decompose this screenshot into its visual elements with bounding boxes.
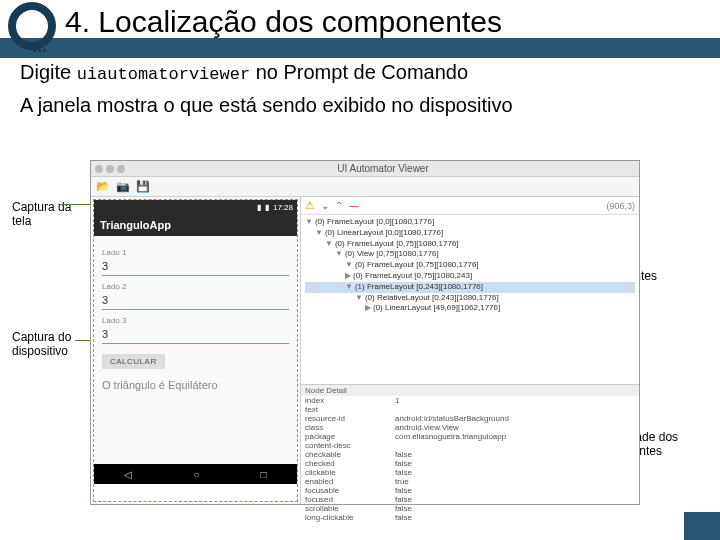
- window-titlebar: UI Automator Viewer: [91, 161, 639, 177]
- result-text: O triângulo é Equilátero: [102, 379, 289, 391]
- field-input[interactable]: 3: [102, 257, 289, 276]
- field-label: Lado 3: [102, 316, 289, 325]
- text-frag: Digite: [20, 61, 77, 83]
- uiav-window: UI Automator Viewer 📂 📷 💾 ▮ ▮ 17:28 Tria…: [90, 160, 640, 505]
- detail-row: focusablefalse: [301, 486, 639, 495]
- detail-row: focusedfalse: [301, 495, 639, 504]
- tree-node[interactable]: ▼(0) RelativeLayout [0,243][1080,1776]: [305, 293, 635, 304]
- right-pane: ⚠ ⌄ ⌃ — (906,3) ▼(0) FrameLayout [0,0][1…: [301, 197, 639, 504]
- field-label: Lado 1: [102, 248, 289, 257]
- tree-node[interactable]: ▼(0) LinearLayout [0,0][1080,1776]: [305, 228, 635, 239]
- window-body: ▮ ▮ 17:28 TrianguloApp Lado 1 3 Lado 2 3…: [91, 197, 639, 504]
- device-screenshot-icon[interactable]: 📷: [115, 179, 131, 195]
- tree-node[interactable]: ▼(0) FrameLayout [0,75][1080,1776]: [305, 260, 635, 271]
- warning-icon: ⚠: [305, 199, 315, 212]
- component-tree[interactable]: ▼(0) FrameLayout [0,0][1080,1776] ▼(0) L…: [301, 215, 639, 384]
- uiautomator-screenshot: UI Automator Viewer 📂 📷 💾 ▮ ▮ 17:28 Tria…: [90, 160, 640, 520]
- instruction-line-1: Digite uiautomatorviewer no Prompt de Co…: [20, 61, 700, 84]
- field-input[interactable]: 3: [102, 291, 289, 310]
- back-icon[interactable]: ◁: [124, 469, 132, 480]
- detail-row: resource-idandroid:id/statusBarBackgroun…: [301, 414, 639, 423]
- tree-node[interactable]: ▶(0) LinearLayout [49,69][1062,1776]: [305, 303, 635, 314]
- slide-header: 4. Localização dos componentes: [0, 0, 720, 55]
- instruction-line-2: A janela mostra o que está sendo exibido…: [20, 94, 700, 117]
- traffic-lights-icon: [95, 165, 125, 173]
- detail-row: content-desc: [301, 441, 639, 450]
- text-frag: no Prompt de Comando: [250, 61, 468, 83]
- detail-row: long-clickablefalse: [301, 513, 639, 522]
- command-code: uiautomatorviewer: [77, 65, 250, 84]
- detail-row: text: [301, 405, 639, 414]
- expand-icon[interactable]: ⌄: [321, 200, 329, 211]
- detail-row: clickablefalse: [301, 468, 639, 477]
- tree-node[interactable]: ▼(1) FrameLayout [0,243][1080,1776]: [305, 282, 635, 293]
- detail-row: packagecom.eliasnogueira.trianguloapp: [301, 432, 639, 441]
- window-title: UI Automator Viewer: [131, 163, 635, 174]
- device-pane: ▮ ▮ 17:28 TrianguloApp Lado 1 3 Lado 2 3…: [91, 197, 301, 504]
- tree-node[interactable]: ▼(0) View [0,75][1080,1776]: [305, 249, 635, 260]
- logo-dots-icon: [32, 38, 54, 50]
- detail-row: enabledtrue: [301, 477, 639, 486]
- field-input[interactable]: 3: [102, 325, 289, 344]
- callout-capture-device: Captura do dispositivo: [12, 330, 82, 358]
- tree-node[interactable]: ▶(0) FrameLayout [0,75][1080,243]: [305, 271, 635, 282]
- battery-icon: ▮: [265, 203, 269, 212]
- device-capture: ▮ ▮ 17:28 TrianguloApp Lado 1 3 Lado 2 3…: [93, 199, 298, 502]
- detail-row: checkablefalse: [301, 450, 639, 459]
- calculate-button[interactable]: CALCULAR: [102, 354, 165, 369]
- body-text: Digite uiautomatorviewer no Prompt de Co…: [0, 55, 720, 117]
- coords-text: (906,3): [606, 201, 635, 211]
- node-detail-pane: Node Detail index1 text resource-idandro…: [301, 384, 639, 504]
- corner-badge: [684, 512, 720, 540]
- android-statusbar: ▮ ▮ 17:28: [94, 200, 297, 214]
- android-navbar: ◁ ○ □: [94, 464, 297, 484]
- clock-text: 17:28: [273, 203, 293, 212]
- home-icon[interactable]: ○: [193, 469, 199, 480]
- detail-row: classandroid.view.View: [301, 423, 639, 432]
- tree-node[interactable]: ▼(0) FrameLayout [0,75][1080,1776]: [305, 239, 635, 250]
- tree-node[interactable]: ▼(0) FrameLayout [0,0][1080,1776]: [305, 217, 635, 228]
- recents-icon[interactable]: □: [260, 469, 266, 480]
- detail-row: checkedfalse: [301, 459, 639, 468]
- signal-icon: ▮: [257, 203, 261, 212]
- title-bar-bg: [0, 38, 720, 58]
- right-toolbar: ⚠ ⌄ ⌃ — (906,3): [301, 197, 639, 215]
- detail-row: scrollablefalse: [301, 504, 639, 513]
- detail-row: index1: [301, 396, 639, 405]
- field-label: Lado 2: [102, 282, 289, 291]
- window-toolbar: 📂 📷 💾: [91, 177, 639, 197]
- open-icon[interactable]: 📂: [95, 179, 111, 195]
- android-appbar: TrianguloApp: [94, 214, 297, 236]
- collapse-icon[interactable]: ⌃: [335, 200, 343, 211]
- toggle-naf-icon[interactable]: —: [349, 200, 359, 211]
- app-content: Lado 1 3 Lado 2 3 Lado 3 3 CALCULAR O tr…: [94, 236, 297, 464]
- detail-header: Node Detail: [301, 385, 639, 396]
- slide-title: 4. Localização dos componentes: [65, 5, 502, 39]
- save-icon[interactable]: 💾: [135, 179, 151, 195]
